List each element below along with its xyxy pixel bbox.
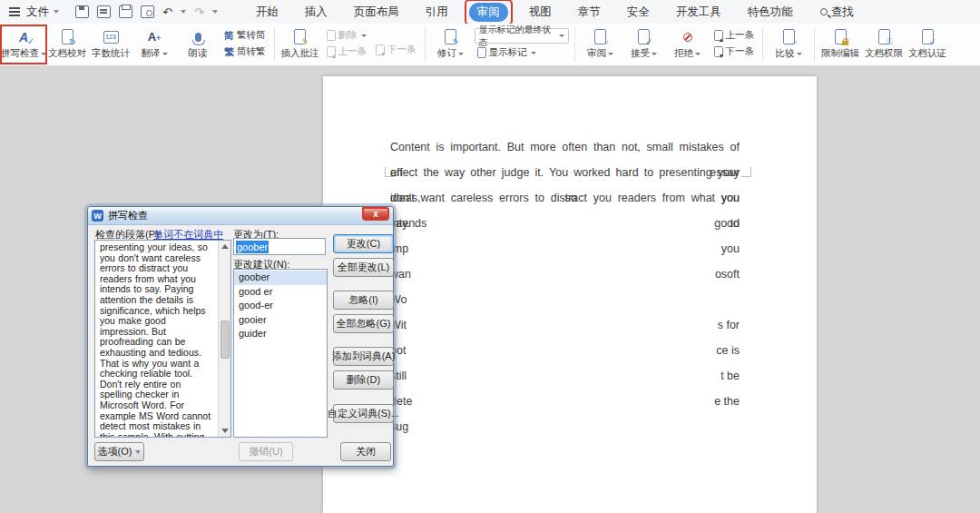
tab-special-features[interactable]: 特色功能 (742, 2, 799, 23)
trad-to-simp-button[interactable]: 简 繁转简 (221, 28, 269, 43)
textarea-scrollbar[interactable] (218, 241, 230, 437)
suggestion-item[interactable]: goober (234, 271, 327, 285)
simplified-char-icon: 简 (224, 31, 234, 41)
prev-comment-button: ▲ 上一条 (324, 44, 370, 59)
ribbon-divider (425, 27, 426, 62)
file-menu-label: 文件 (26, 5, 49, 20)
toolbar-more-icon[interactable] (212, 10, 218, 14)
insert-comment-button[interactable]: ✎ 插入批注 (280, 26, 320, 62)
undo-caret-icon[interactable] (181, 10, 186, 14)
reject-icon (683, 33, 692, 42)
file-menu-button[interactable]: 文件 (0, 5, 68, 20)
next-change-button[interactable]: ▼ 下一条 (711, 44, 758, 59)
read-aloud-button[interactable]: 朗读 (178, 26, 218, 62)
undo-button: 撤销(U) (239, 442, 293, 461)
print-icon[interactable] (119, 5, 132, 18)
menu-bar: 文件 ↶ ↷ 开始 插入 页面布局 引用 审阅 视图 章节 安全 开发工具 特色… (0, 0, 980, 24)
chevron-down-icon (531, 52, 536, 54)
search-icon (820, 8, 828, 15)
reject-button[interactable]: 拒绝 (668, 26, 708, 62)
compare-button[interactable]: ⌕ 比较 (769, 26, 808, 62)
tab-security[interactable]: 安全 (622, 2, 655, 23)
prev-change-label: 上一条 (726, 29, 755, 42)
word-count-button[interactable]: 123 字数统计 (91, 26, 131, 62)
add-to-dictionary-button[interactable]: 添加到词典(A) (333, 347, 394, 366)
doc-line: don't want careless errors to distract y… (390, 185, 740, 211)
simp-to-trad-button[interactable]: 繁 简转繁 (221, 44, 269, 59)
spellcheck-button[interactable]: A 拼写检查 (4, 26, 44, 62)
tab-section[interactable]: 章节 (573, 2, 606, 23)
document-text[interactable]: Content is important. But more often tha… (390, 134, 740, 439)
tab-references[interactable]: 引用 (420, 2, 454, 23)
translate-button[interactable]: A 翻译 (134, 26, 174, 62)
track-changes-button[interactable]: ✎ 修订 (431, 26, 471, 62)
prev-comment-icon: ▲ (327, 46, 336, 57)
suggestion-item[interactable]: guider (234, 327, 327, 341)
chevron-down-icon (797, 53, 802, 55)
chevron-down-icon (652, 53, 657, 55)
dialog-titlebar[interactable]: W 拼写检查 x (88, 207, 393, 225)
suggestion-item[interactable]: good er (234, 285, 327, 300)
undo-icon[interactable]: ↶ (162, 6, 172, 18)
scroll-up-icon[interactable] (221, 244, 229, 249)
prev-change-button[interactable]: ▲ 上一条 (711, 28, 758, 43)
next-comment-icon: ▼ (376, 44, 385, 55)
options-button[interactable]: 选项(O) (94, 442, 144, 461)
quick-access-toolbar: ↶ ↷ (68, 5, 225, 18)
tab-page-layout[interactable]: 页面布局 (348, 2, 405, 23)
accept-button[interactable]: ✓ 接受 (624, 26, 664, 62)
doc-line: Wo (390, 287, 740, 312)
tab-home[interactable]: 开始 (250, 2, 284, 23)
scrollbar-thumb[interactable] (220, 321, 230, 359)
spellcheck-dialog[interactable]: W 拼写检查 x 检查的段落(P): 单词不在词典中 更改为(T): prese… (87, 206, 394, 467)
doc-line: stillt be (390, 363, 740, 389)
suggestion-item[interactable]: good-er (234, 299, 327, 313)
next-change-icon: ▼ (714, 46, 723, 57)
export-icon[interactable] (97, 5, 111, 18)
tab-view[interactable]: 视图 (524, 2, 557, 23)
change-to-value: goober (236, 241, 269, 253)
doc-permission-button[interactable]: ⚿ 文档权限 (864, 26, 904, 62)
doc-auth-label: 文档认证 (908, 47, 946, 60)
tab-dev-tools[interactable]: 开发工具 (671, 2, 727, 23)
save-icon[interactable] (75, 5, 89, 18)
tab-insert[interactable]: 插入 (299, 2, 333, 23)
scroll-down-icon[interactable] (221, 429, 229, 433)
next-comment-label: 下一条 (387, 44, 416, 56)
ignore-button[interactable]: 忽略(I) (333, 291, 394, 310)
proofread-button[interactable]: ↻ 文档校对 (47, 26, 87, 62)
chevron-down-icon (54, 10, 59, 14)
change-all-button[interactable]: 全部更改(L) (333, 258, 394, 277)
custom-dictionary-button[interactable]: 自定义词典(S)... (333, 404, 394, 423)
accept-icon: ✓ (638, 29, 650, 44)
delete-comment-button: 删除 (324, 28, 370, 43)
document-page[interactable]: Content is important. But more often tha… (323, 76, 817, 513)
tab-review[interactable]: 审阅 (469, 3, 508, 22)
show-markup-label: 显示标记 (489, 46, 527, 59)
doc-line: sug (390, 414, 740, 439)
show-markup-button[interactable]: 显示标记 (475, 45, 569, 60)
prev-change-icon: ▲ (714, 30, 723, 41)
translate-label: 翻译 (142, 47, 161, 60)
document-check-icon: ↻ (62, 29, 74, 44)
proofread-label: 文档校对 (48, 47, 86, 60)
doc-auth-button[interactable]: ✓ 文档认证 (907, 26, 947, 62)
search-box[interactable]: 查找 (820, 5, 854, 20)
markup-state-select[interactable]: 显示标记的最终状态 (475, 28, 569, 44)
change-button[interactable]: 更改(C) (333, 234, 394, 253)
review-button[interactable]: ⌕ 审阅 (581, 26, 621, 62)
suggestion-item[interactable]: gooier (234, 313, 327, 328)
traditional-char-icon: 繁 (224, 47, 234, 57)
close-button[interactable]: 关闭 (340, 442, 391, 461)
checked-paragraph-textarea[interactable]: presenting your ideas, so you don't want… (94, 240, 231, 438)
restrict-editing-button[interactable]: 限制编辑 (820, 26, 860, 62)
suggestions-list[interactable]: goober good er good-er gooier guider (233, 269, 328, 438)
delete-button[interactable]: 删除(D) (333, 370, 394, 390)
ignore-all-button[interactable]: 全部忽略(G) (333, 314, 394, 333)
read-aloud-label: 朗读 (189, 47, 208, 60)
redo-icon: ↷ (194, 6, 204, 18)
permission-icon: ⚿ (878, 29, 890, 44)
dialog-close-button[interactable]: x (362, 207, 389, 221)
change-to-input[interactable]: goober (233, 238, 326, 255)
print-preview-icon[interactable] (141, 5, 154, 18)
